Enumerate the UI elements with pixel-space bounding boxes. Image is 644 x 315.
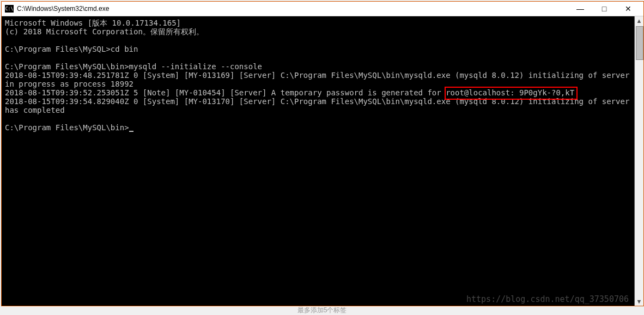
titlebar[interactable]: C:\ C:\Windows\System32\cmd.exe — □ ✕ [2, 2, 643, 16]
scroll-down-icon[interactable]: ▼ [635, 297, 643, 306]
window-controls: — □ ✕ [568, 2, 640, 16]
vertical-scrollbar[interactable]: ▲ ▼ [634, 16, 643, 306]
maximize-button[interactable]: □ [592, 2, 616, 16]
terminal-output[interactable]: Microsoft Windows [版本 10.0.17134.165] (c… [2, 16, 634, 306]
cmd-window: C:\ C:\Windows\System32\cmd.exe — □ ✕ Mi… [1, 1, 644, 306]
terminal-prompt: C:\Program Files\MySQL\bin> [5, 123, 129, 132]
window-title: C:\Windows\System32\cmd.exe [17, 5, 109, 13]
footer-hint: 最多添加5个标签 [297, 306, 347, 315]
terminal-line: 2018-08-15T09:39:54.829040Z 0 [System] [… [5, 97, 634, 114]
scroll-thumb[interactable] [636, 26, 643, 60]
terminal-line: 2018-08-15T09:39:48.251781Z 0 [System] [… [5, 71, 634, 88]
terminal-line: (c) 2018 Microsoft Corporation。保留所有权利。 [5, 27, 204, 36]
terminal-line: 2018-08-15T09:39:52.253051Z 5 [Note] [MY… [5, 88, 446, 97]
watermark: https://blog.csdn.net/qq_37350706 [466, 295, 629, 304]
cmd-icon: C:\ [5, 5, 14, 13]
close-button[interactable]: ✕ [616, 2, 640, 16]
cursor [129, 131, 133, 132]
terminal-line: Microsoft Windows [版本 10.0.17134.165] [5, 19, 181, 27]
terminal-line: C:\Program Files\MySQL\bin>mysqld --init… [5, 62, 262, 71]
scroll-up-icon[interactable]: ▲ [635, 16, 643, 25]
minimize-button[interactable]: — [568, 2, 592, 16]
temp-password-text: root@localhost: 9P0gYk-?0,kT [446, 88, 574, 97]
terminal-line: C:\Program Files\MySQL>cd bin [5, 45, 138, 53]
